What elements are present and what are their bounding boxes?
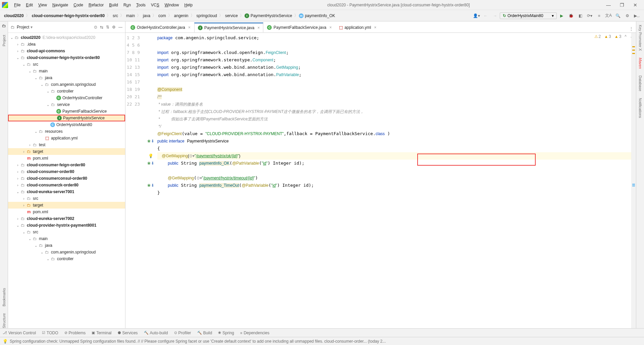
intention-bulb-icon[interactable]: 💡 xyxy=(148,152,153,160)
close-icon[interactable]: × xyxy=(257,25,260,30)
tree-node[interactable]: src xyxy=(33,230,38,234)
tool-build[interactable]: 🔨 Build xyxy=(197,331,212,335)
error-stripe[interactable] xyxy=(631,33,636,328)
tree-node[interactable]: src xyxy=(33,196,38,201)
breadcrumb-path[interactable]: springcloud xyxy=(195,13,218,18)
tree-node[interactable]: target xyxy=(33,149,43,154)
search-icon[interactable]: 🔍 xyxy=(614,12,622,19)
tree-node[interactable]: cloud-api-commons xyxy=(27,49,65,53)
rail-database-label[interactable]: Database xyxy=(638,75,642,91)
tab-paymenthystrixservice[interactable]: IPaymentHystrixService.java× xyxy=(194,22,263,33)
tree-node[interactable]: cloud-consumer-feign-hystrix-order80 xyxy=(27,55,100,60)
tool-services[interactable]: ⬣ Services xyxy=(118,331,138,335)
tool-version-control[interactable]: ⎇ Version Control xyxy=(3,331,36,335)
menu-run[interactable]: Run xyxy=(121,3,133,7)
rail-maven-label[interactable]: Maven xyxy=(638,58,642,69)
tree-node[interactable]: com.angenin.springcloud xyxy=(51,82,96,87)
tree-node[interactable]: cloud-consumerzk-order80 xyxy=(27,183,78,187)
implements-icon[interactable]: ⬇ xyxy=(151,137,154,145)
breadcrumb-path[interactable]: java xyxy=(142,13,152,18)
tree-node[interactable]: main xyxy=(39,69,48,73)
rail-bookmarks-label[interactable]: Bookmarks xyxy=(2,288,6,306)
close-icon[interactable]: × xyxy=(374,25,376,30)
tree-node[interactable]: java xyxy=(45,243,52,248)
settings-icon[interactable]: ⚙ xyxy=(624,12,631,19)
menu-view[interactable]: View xyxy=(36,3,50,7)
tree-node[interactable]: controller xyxy=(57,256,73,261)
expand-icon[interactable]: ^ xyxy=(625,34,627,39)
tab-options-icon[interactable]: ⋮ xyxy=(628,25,635,33)
tool-spring[interactable]: ❀ Spring xyxy=(218,331,234,335)
user-icon[interactable]: 👤▾ xyxy=(473,12,480,19)
breadcrumb-project[interactable]: cloud2020 xyxy=(3,13,25,18)
tree-node[interactable]: test xyxy=(39,142,45,147)
tree-node[interactable]: .idea xyxy=(27,42,36,47)
tool-profiler[interactable]: ⊙ Profiler xyxy=(174,331,191,335)
menu-help[interactable]: Help xyxy=(181,3,195,7)
implements-icon[interactable]: ⬇ xyxy=(151,182,154,189)
tool-autobuild[interactable]: 🔨 Auto-build xyxy=(144,331,168,335)
tree-node[interactable]: pom.xml xyxy=(33,156,48,161)
menu-vcs[interactable]: VCS xyxy=(148,3,162,7)
tree-node[interactable]: java xyxy=(45,75,52,80)
menu-code[interactable]: Code xyxy=(71,3,86,7)
run-configuration-selector[interactable]: ↻OrderHystrixMain80▾ xyxy=(500,12,557,19)
close-button[interactable]: ✕ xyxy=(629,2,642,8)
tree-node[interactable]: com.angenin.springcloud xyxy=(51,250,96,254)
code-body[interactable]: package com.angenin.springcloud.service;… xyxy=(157,33,631,328)
tab-paymentfallbackservice[interactable]: CPaymentFallbackService.java× xyxy=(263,22,335,33)
tree-node[interactable]: cloud-consumer-order80 xyxy=(27,169,74,174)
close-icon[interactable]: × xyxy=(329,25,332,30)
run-icon[interactable]: ▶ xyxy=(558,12,565,19)
tree-node[interactable]: application.yml xyxy=(51,136,77,140)
hide-icon[interactable]: — xyxy=(118,25,122,30)
breadcrumb-path[interactable]: src xyxy=(111,13,119,18)
minimize-button[interactable]: — xyxy=(602,2,615,8)
breadcrumb-method[interactable]: paymentInfo_OK xyxy=(304,13,336,18)
tree-node[interactable]: pom.xml xyxy=(33,210,48,214)
rail-project-icon[interactable]: 🗀 xyxy=(2,23,6,28)
tool-terminal[interactable]: ▣ Terminal xyxy=(92,331,111,335)
breadcrumb-path[interactable]: main xyxy=(125,13,136,18)
collapse-icon[interactable]: ⇅ xyxy=(106,25,109,30)
spring-icon[interactable]: ❀ xyxy=(147,137,151,145)
tree-node[interactable]: src xyxy=(33,62,38,67)
stop-icon[interactable]: ■ xyxy=(595,12,603,19)
tool-problems[interactable]: ⊘ Problems xyxy=(64,331,86,335)
locate-icon[interactable]: ⊙ xyxy=(94,25,97,30)
menu-build[interactable]: Build xyxy=(106,3,121,7)
tree-node[interactable]: OrderHystirxController xyxy=(62,96,102,100)
profile-icon[interactable]: ⟳▾ xyxy=(586,12,593,19)
menu-tools[interactable]: Tools xyxy=(133,3,148,7)
tree-node[interactable]: PaymentFallbackService xyxy=(62,109,107,114)
settings-icon[interactable]: ⚙ xyxy=(112,25,116,30)
tree-root[interactable]: cloud2020 xyxy=(21,35,41,40)
debug-icon[interactable]: 🐞 xyxy=(567,12,575,19)
close-icon[interactable]: × xyxy=(188,25,191,30)
rail-keypromoter-label[interactable]: Key Promoter X xyxy=(638,25,642,51)
breadcrumb-file[interactable]: PaymentHystrixService xyxy=(249,13,293,18)
inspection-widget[interactable]: ⚠2 ▲3 ▲3 ^ ⌄ xyxy=(594,34,633,39)
tree-node[interactable]: cloud-consumerconsul-order80 xyxy=(27,176,87,181)
menu-navigate[interactable]: Navigate xyxy=(50,3,71,7)
project-view-label[interactable]: Project xyxy=(17,25,29,30)
tree-node[interactable]: controller xyxy=(57,89,73,94)
spring-icon[interactable]: ❀ xyxy=(147,160,151,167)
translate-icon[interactable]: 文A xyxy=(605,12,612,19)
breadcrumb-module[interactable]: cloud-consumer-feign-hystrix-order80 xyxy=(31,13,106,18)
status-bulb-icon[interactable]: 💡 xyxy=(3,339,8,344)
tree-node[interactable]: cloud-eureka-server7002 xyxy=(27,216,74,221)
tree-node[interactable]: cloud-consumer-feign-order80 xyxy=(27,163,85,167)
menu-refactor[interactable]: Refactor xyxy=(86,3,106,7)
back-icon[interactable]: ← xyxy=(482,12,489,19)
menu-window[interactable]: Window xyxy=(162,3,182,7)
tab-applicationyml[interactable]: ⬚application.yml× xyxy=(335,22,380,33)
rail-notifications-label[interactable]: Notifications xyxy=(638,98,642,118)
coverage-icon[interactable]: ◧ xyxy=(577,12,584,19)
maximize-button[interactable]: ❐ xyxy=(615,2,629,8)
menu-edit[interactable]: Edit xyxy=(23,3,36,7)
expand-icon[interactable]: ⇆ xyxy=(100,25,103,30)
code-area[interactable]: 1 2 3 4 5 6 7 8 9 10 11 12 13 14 15 16 1… xyxy=(125,33,636,328)
tree-node[interactable]: service xyxy=(57,102,70,107)
tree-node[interactable]: main xyxy=(39,236,48,241)
